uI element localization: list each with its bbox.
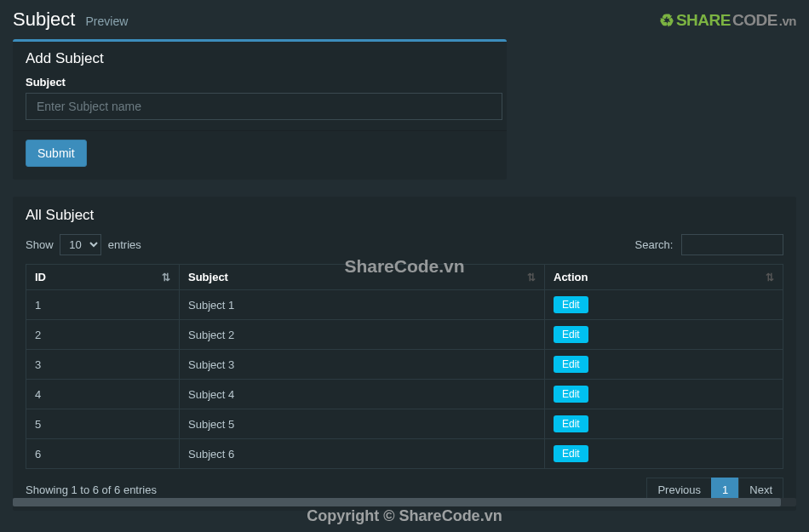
- table-row: 6Subject 6Edit: [26, 439, 783, 469]
- edit-button[interactable]: Edit: [554, 415, 588, 432]
- subject-input[interactable]: [26, 93, 502, 120]
- cell-id: 1: [26, 290, 180, 320]
- logo-text-vn: .vn: [779, 14, 796, 28]
- subject-label: Subject: [26, 76, 494, 89]
- table-row: 4Subject 4Edit: [26, 380, 783, 409]
- cell-id: 2: [26, 320, 180, 350]
- page-title-text: Subject: [13, 9, 75, 30]
- column-header-subject[interactable]: Subject ⇅: [180, 265, 545, 290]
- table-info: Showing 1 to 6 of 6 entries: [26, 483, 157, 496]
- table-row: 1Subject 1Edit: [26, 290, 783, 320]
- cell-id: 5: [26, 409, 180, 439]
- edit-button[interactable]: Edit: [554, 296, 588, 313]
- page-subtitle: Preview: [86, 14, 129, 28]
- table-row: 2Subject 2Edit: [26, 320, 783, 350]
- table-header-row: ID ⇅ Subject ⇅ Action ⇅: [26, 265, 783, 290]
- edit-button[interactable]: Edit: [554, 326, 588, 343]
- submit-button[interactable]: Submit: [26, 140, 87, 167]
- length-select[interactable]: 10: [60, 234, 101, 255]
- edit-button[interactable]: Edit: [554, 386, 588, 403]
- cell-id: 3: [26, 350, 180, 380]
- cell-id: 4: [26, 380, 180, 409]
- site-logo: ♻ SHARECODE.vn: [659, 10, 796, 31]
- scrollbar-thumb[interactable]: [13, 498, 781, 506]
- cell-action: Edit: [545, 409, 783, 439]
- cell-subject: Subject 3: [180, 350, 545, 380]
- length-prefix: Show: [26, 238, 54, 251]
- column-header-id[interactable]: ID ⇅: [26, 265, 180, 290]
- page-title: Subject Preview: [13, 9, 128, 31]
- subjects-table: ID ⇅ Subject ⇅ Action ⇅ 1Subject 1Edit2S…: [26, 264, 783, 469]
- all-subject-panel-title: All Subject: [13, 197, 796, 234]
- logo-text-code: CODE: [732, 11, 777, 30]
- recycle-icon: ♻: [659, 10, 674, 31]
- add-subject-panel-title: Add Subject: [13, 42, 507, 76]
- table-row: 3Subject 3Edit: [26, 350, 783, 380]
- search-label: Search:: [635, 238, 674, 251]
- all-subject-panel: All Subject Show 10 entries Search: ID ⇅: [13, 197, 796, 511]
- length-control: Show 10 entries: [26, 234, 141, 255]
- edit-button[interactable]: Edit: [554, 445, 588, 462]
- add-subject-panel: Add Subject Subject Submit: [13, 39, 507, 180]
- cell-action: Edit: [545, 320, 783, 350]
- edit-button[interactable]: Edit: [554, 356, 588, 373]
- cell-id: 6: [26, 439, 180, 469]
- column-header-action[interactable]: Action ⇅: [545, 265, 783, 290]
- cell-action: Edit: [545, 439, 783, 469]
- horizontal-scrollbar[interactable]: [13, 498, 796, 506]
- cell-action: Edit: [545, 380, 783, 409]
- search-input[interactable]: [681, 234, 783, 255]
- cell-action: Edit: [545, 350, 783, 380]
- sort-icon: ⇅: [766, 272, 774, 283]
- logo-text-share: SHARE: [676, 11, 731, 30]
- cell-subject: Subject 1: [180, 290, 545, 320]
- cell-action: Edit: [545, 290, 783, 320]
- sort-icon: ⇅: [527, 272, 536, 283]
- length-suffix: entries: [108, 238, 141, 251]
- cell-subject: Subject 2: [180, 320, 545, 350]
- cell-subject: Subject 5: [180, 409, 545, 439]
- cell-subject: Subject 6: [180, 439, 545, 469]
- sort-asc-icon: ⇅: [162, 272, 170, 283]
- table-row: 5Subject 5Edit: [26, 409, 783, 439]
- cell-subject: Subject 4: [180, 380, 545, 409]
- search-control: Search:: [635, 234, 783, 255]
